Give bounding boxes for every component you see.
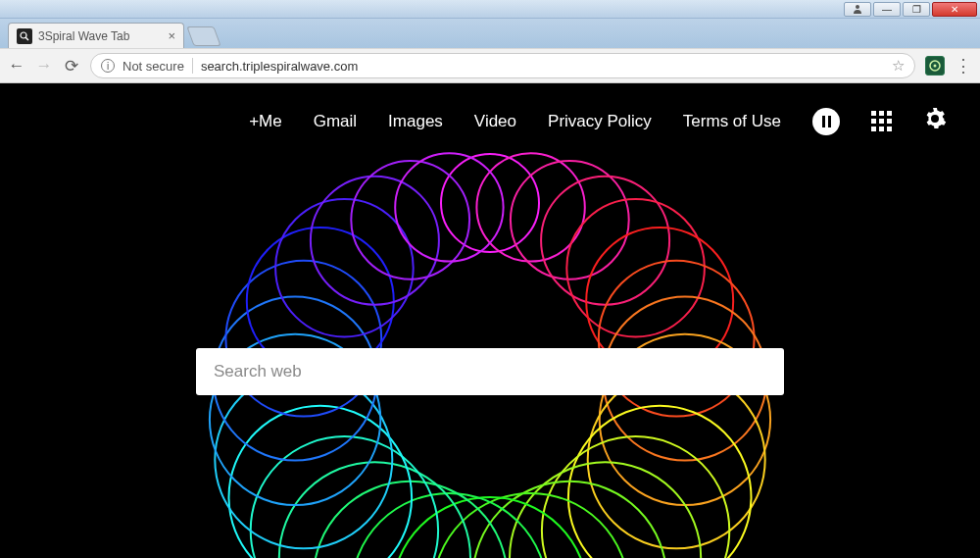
page-viewport: +Me Gmail Images Video Privacy Policy Te… — [0, 83, 980, 558]
nav-link-privacy[interactable]: Privacy Policy — [548, 112, 652, 131]
new-tab-button[interactable] — [186, 26, 220, 46]
nav-link-images[interactable]: Images — [388, 112, 443, 131]
tab-title: 3Spiral Wave Tab — [38, 29, 129, 43]
svg-point-20 — [392, 497, 588, 558]
svg-point-0 — [856, 5, 859, 9]
browser-tab[interactable]: 3Spiral Wave Tab × — [8, 23, 184, 48]
url-text: search.triplespiralwave.com — [201, 59, 358, 74]
window-close-button[interactable]: ✕ — [932, 2, 977, 17]
svg-point-1 — [21, 32, 26, 38]
nav-link-gmail[interactable]: Gmail — [314, 112, 357, 131]
svg-point-6 — [476, 153, 584, 261]
pause-button[interactable] — [812, 108, 840, 135]
svg-point-7 — [511, 161, 629, 279]
close-icon: ✕ — [951, 4, 958, 15]
svg-point-32 — [311, 177, 439, 305]
svg-point-4 — [934, 65, 937, 68]
maximize-icon: ❐ — [912, 4, 921, 15]
settings-gear-icon[interactable] — [923, 107, 947, 135]
forward-button[interactable]: → — [35, 56, 53, 76]
tab-close-icon[interactable]: × — [168, 28, 175, 43]
svg-point-5 — [441, 154, 539, 252]
omnibox-separator — [192, 58, 193, 74]
site-info-icon[interactable]: i — [101, 59, 115, 73]
window-maximize-button[interactable]: ❐ — [903, 2, 930, 17]
top-nav: +Me Gmail Images Video Privacy Policy Te… — [0, 107, 980, 135]
svg-point-34 — [395, 153, 503, 261]
tab-strip: 3Spiral Wave Tab × — [0, 19, 980, 48]
browser-toolbar: ← → ⟳ i Not secure search.triplespiralwa… — [0, 48, 980, 83]
window-minimize-button[interactable]: — — [873, 2, 901, 17]
search-box[interactable] — [196, 348, 784, 395]
nav-link-video[interactable]: Video — [474, 112, 516, 131]
tab-favicon — [17, 28, 32, 44]
apps-grid-icon[interactable] — [871, 111, 892, 131]
pause-bar-icon — [828, 116, 831, 127]
chrome-menu-button[interactable]: ⋮ — [955, 55, 972, 76]
search-input[interactable] — [214, 362, 766, 381]
not-secure-label: Not secure — [122, 59, 184, 74]
svg-point-8 — [541, 177, 669, 305]
pause-bar-icon — [822, 116, 825, 127]
reload-button[interactable]: ⟳ — [63, 56, 80, 76]
spiral-background — [0, 83, 980, 558]
minimize-icon: — — [882, 4, 892, 15]
back-button[interactable]: ← — [8, 56, 25, 76]
svg-line-2 — [25, 37, 28, 40]
nav-link-terms[interactable]: Terms of Use — [683, 112, 781, 131]
address-bar[interactable]: i Not secure search.triplespiralwave.com… — [90, 53, 915, 78]
nav-link-me[interactable]: +Me — [249, 112, 282, 131]
extension-icon[interactable] — [925, 56, 945, 76]
window-user-button[interactable] — [844, 2, 871, 17]
window-titlebar: — ❐ ✕ — [0, 0, 980, 19]
svg-point-31 — [275, 199, 414, 337]
bookmark-star-icon[interactable]: ☆ — [892, 57, 905, 75]
